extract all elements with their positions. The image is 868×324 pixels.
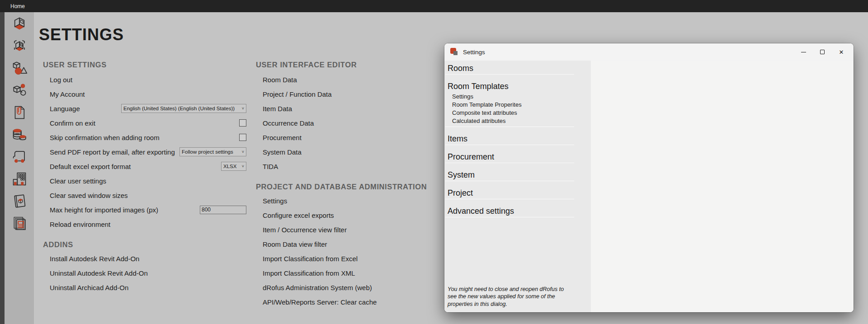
- nav-divider: [445, 145, 574, 145]
- settings-dialog: Settings ✕ Rooms Room Templates Settings…: [444, 43, 854, 312]
- language-row: Language English (United States) (Englis…: [43, 101, 247, 116]
- user-settings-column: USER SETTINGS Log out My Account Languag…: [43, 58, 247, 295]
- dialog-nav-rooms[interactable]: Rooms: [444, 64, 591, 73]
- drofus-admin-system-item[interactable]: dRofus Administration System (web): [256, 280, 448, 295]
- room-data-view-filter-item[interactable]: Room Data view filter: [256, 237, 448, 251]
- dialog-nav-system[interactable]: System: [444, 171, 591, 179]
- max-height-input[interactable]: 800: [200, 206, 246, 214]
- dialog-note: You might need to close and reopen dRofu…: [448, 286, 566, 308]
- catalog-icon[interactable]: [10, 192, 28, 210]
- dialog-nav-items[interactable]: Items: [444, 135, 591, 143]
- app-titlebar: Home: [0, 0, 868, 12]
- excel-format-row: Default excel export format XLSX ˅: [43, 159, 247, 174]
- project-function-data-item[interactable]: Project / Function Data: [256, 87, 448, 101]
- items-icon[interactable]: [10, 59, 28, 77]
- occurrences-icon[interactable]: [10, 81, 28, 99]
- settings-dialog-title: Settings: [463, 49, 485, 56]
- skip-confirmation-checkbox[interactable]: [239, 134, 246, 141]
- max-height-row: Max height for imported images (px) 800: [43, 202, 247, 217]
- dialog-nav-rt-properties[interactable]: Room Template Properites: [444, 101, 591, 109]
- language-dropdown[interactable]: English (United States) (English (United…: [121, 104, 246, 113]
- settings-dialog-content: [591, 61, 854, 312]
- confirm-on-exit-checkbox[interactable]: [239, 119, 246, 127]
- skip-confirmation-row: Skip confirmation when adding room: [43, 130, 247, 145]
- nav-divider: [445, 181, 574, 181]
- clear-cache-item[interactable]: API/Web/Reports Server: Clear cache: [256, 295, 448, 309]
- close-icon: ✕: [839, 49, 844, 55]
- maximize-button[interactable]: [813, 43, 832, 61]
- window-edge-strip: [0, 12, 5, 324]
- dialog-nav-advanced-settings[interactable]: Advanced settings: [444, 207, 591, 216]
- rooms-icon[interactable]: [10, 15, 28, 33]
- chevron-down-icon: ˅: [240, 150, 244, 154]
- home-menu[interactable]: Home: [0, 3, 25, 9]
- page-title: SETTINGS: [39, 25, 124, 44]
- confirm-on-exit-row: Confirm on exit: [43, 116, 247, 130]
- nav-divider: [445, 199, 574, 199]
- nav-divider: [445, 127, 574, 127]
- user-settings-header: USER SETTINGS: [43, 58, 247, 72]
- chevron-down-icon: ˅: [240, 164, 244, 169]
- import-classification-xml-item[interactable]: Import Classification from XML: [256, 266, 448, 280]
- nav-divider: [445, 163, 574, 163]
- nav-divider: [445, 217, 574, 217]
- dialog-nav-procurement[interactable]: Procurement: [444, 153, 591, 161]
- configure-excel-exports-item[interactable]: Configure excel exports: [256, 208, 448, 222]
- reload-environment-item[interactable]: Reload environment: [43, 217, 247, 231]
- addins-header: ADDINS: [43, 240, 247, 251]
- clear-user-settings-item[interactable]: Clear user settings: [43, 174, 247, 188]
- dialog-nav-room-templates[interactable]: Room Templates: [444, 82, 591, 91]
- item-occurrence-view-filter-item[interactable]: Item / Occurrence view filter: [256, 222, 448, 237]
- project-icon[interactable]: [10, 170, 28, 188]
- uninstall-archicad-addon-item[interactable]: Uninstall Archicad Add-On: [43, 280, 247, 295]
- dialog-nav-project[interactable]: Project: [444, 189, 591, 197]
- log-out-item[interactable]: Log out: [43, 72, 247, 87]
- attachments-icon[interactable]: [10, 103, 28, 122]
- close-button[interactable]: ✕: [832, 43, 851, 61]
- import-classification-excel-item[interactable]: Import Classification from Excel: [256, 251, 448, 266]
- minimize-button[interactable]: [794, 43, 813, 61]
- finance-icon[interactable]: [10, 126, 28, 144]
- nav-divider: [445, 74, 574, 75]
- system-data-item[interactable]: System Data: [256, 145, 448, 159]
- icon-sidebar: [5, 12, 34, 324]
- ui-editor-column: USER INTERFACE EDITOR Room Data Project …: [256, 58, 448, 309]
- item-data-item[interactable]: Item Data: [256, 101, 448, 116]
- clear-window-sizes-item[interactable]: Clear saved window sizes: [43, 188, 247, 202]
- send-pdf-row: Send PDF report by email, after exportin…: [43, 145, 247, 159]
- uninstall-revit-addon-item[interactable]: Uninstall Autodesk Revit Add-On: [43, 266, 247, 280]
- send-pdf-dropdown[interactable]: Follow project settings ˅: [179, 147, 246, 156]
- minimize-icon: [801, 52, 806, 52]
- settings-dialog-nav: Rooms Room Templates Settings Room Templ…: [444, 61, 591, 312]
- dialog-nav-calculated-attributes[interactable]: Calculated attributes: [444, 117, 591, 125]
- settings-dialog-titlebar[interactable]: Settings ✕: [444, 43, 854, 61]
- my-account-item[interactable]: My Account: [43, 87, 247, 101]
- procurement-icon[interactable]: [10, 148, 28, 166]
- admin-settings-item[interactable]: Settings: [256, 193, 448, 208]
- room-data-item[interactable]: Room Data: [256, 72, 448, 87]
- occurrence-data-item[interactable]: Occurrence Data: [256, 116, 448, 130]
- reports-icon[interactable]: [10, 214, 28, 232]
- maximize-icon: [820, 50, 825, 54]
- install-revit-addon-item[interactable]: Install Autodesk Revit Add-On: [43, 251, 247, 266]
- drofus-logo-icon: [450, 48, 458, 56]
- ui-editor-header: USER INTERFACE EDITOR: [256, 58, 448, 72]
- dialog-nav-composite-attributes[interactable]: Composite text attributes: [444, 109, 591, 117]
- room-templates-icon[interactable]: [10, 37, 28, 55]
- dialog-nav-rt-settings[interactable]: Settings: [444, 93, 591, 101]
- admin-header: PROJECT AND DATABASE ADMINISTRATION: [256, 183, 448, 193]
- procurement-item[interactable]: Procurement: [256, 130, 448, 145]
- excel-format-dropdown[interactable]: XLSX ˅: [221, 162, 246, 171]
- tida-item[interactable]: TIDA: [256, 159, 448, 174]
- chevron-down-icon: ˅: [240, 106, 244, 111]
